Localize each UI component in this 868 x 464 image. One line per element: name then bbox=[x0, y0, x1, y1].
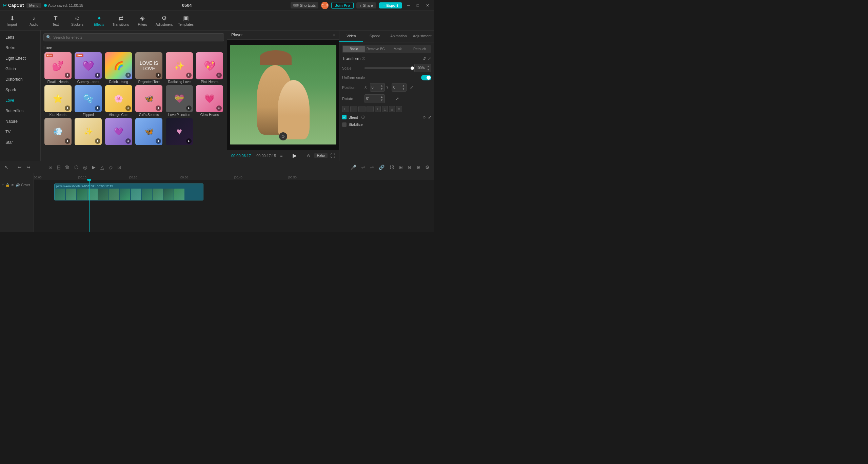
pos-x-up[interactable]: ▲ bbox=[380, 84, 383, 88]
transform-expand-icon[interactable]: ⤢ bbox=[428, 56, 431, 61]
mic-button[interactable]: 🎤 bbox=[349, 163, 358, 171]
sidebar-item-star[interactable]: Star bbox=[1, 137, 39, 148]
redo-button[interactable]: ↪ bbox=[25, 163, 32, 171]
fit-button[interactable]: ⊡ bbox=[116, 163, 123, 171]
join-pro-button[interactable]: Join Pro bbox=[331, 2, 354, 9]
transform-reset-icon[interactable]: ↺ bbox=[422, 56, 426, 61]
sidebar-item-love[interactable]: Love bbox=[1, 95, 39, 105]
crop-button[interactable]: ⊡ bbox=[47, 163, 54, 171]
chapters-icon[interactable]: ≡ bbox=[279, 153, 284, 159]
freeze-button[interactable]: ◎ bbox=[81, 163, 89, 171]
shortcuts-button[interactable]: ⌨ Shortcuts bbox=[291, 2, 318, 8]
select-tool[interactable]: ↖ bbox=[3, 163, 10, 171]
align-right[interactable]: ⊤ bbox=[358, 106, 366, 112]
effect-row3-4[interactable]: 🦋 ⬇ bbox=[135, 118, 164, 146]
effect-girls-secrets[interactable]: 🦋 ⬇ Girl's Secrets bbox=[135, 85, 164, 117]
export-button[interactable]: ↑ Export bbox=[379, 2, 402, 8]
share-button[interactable]: ↑ Share bbox=[356, 2, 376, 8]
undo-button[interactable]: ↩ bbox=[16, 163, 23, 171]
effect-flipped[interactable]: 🫧 ⬇ Flipped bbox=[74, 85, 103, 117]
effect-apply-button[interactable]: △ bbox=[99, 163, 106, 171]
effect-row3-5[interactable]: ♥ ⬇ bbox=[165, 118, 194, 146]
rotate-reset-icon[interactable]: — bbox=[388, 96, 392, 101]
delete-button[interactable]: 🗑 bbox=[63, 163, 71, 171]
align-center-v[interactable]: + bbox=[375, 106, 381, 112]
tool-import[interactable]: ⬇ Import bbox=[1, 12, 23, 30]
sub-tab-mask[interactable]: Mask bbox=[387, 46, 409, 52]
track-visibility-icon[interactable]: 🔒 bbox=[5, 183, 9, 187]
effect-rainbow[interactable]: 🌈 ⬇ Rainb...tning bbox=[104, 52, 133, 84]
play-button[interactable]: ▶ bbox=[293, 152, 297, 159]
sub-tab-basic[interactable]: Basic bbox=[343, 46, 365, 52]
pos-x-down[interactable]: ▼ bbox=[380, 88, 383, 91]
track-eye-icon[interactable]: 👁 bbox=[11, 183, 14, 187]
sidebar-item-retro[interactable]: Retro bbox=[1, 43, 39, 53]
tab-animation[interactable]: Animation bbox=[387, 31, 411, 42]
ratio-button[interactable]: Ratio bbox=[314, 153, 328, 158]
track-audio-icon[interactable]: 🔊 bbox=[16, 183, 20, 187]
tool-filters[interactable]: ◈ Filters bbox=[132, 12, 153, 30]
tab-speed[interactable]: Speed bbox=[363, 31, 387, 42]
playhead[interactable] bbox=[89, 180, 90, 232]
tab-adjustment[interactable]: Adjustment bbox=[410, 31, 434, 42]
minimize-button[interactable]: ─ bbox=[405, 2, 412, 8]
scale-up[interactable]: ▲ bbox=[427, 65, 430, 68]
sub-tab-retouch[interactable]: Retouch bbox=[409, 46, 431, 52]
sidebar-item-lens[interactable]: Lens bbox=[1, 32, 39, 42]
uniform-scale-toggle[interactable] bbox=[421, 75, 431, 80]
pos-y-up[interactable]: ▲ bbox=[402, 84, 405, 88]
effect-glow-hearts[interactable]: 💗 ⬇ Glow Hearts bbox=[195, 85, 224, 117]
trim-button[interactable]: ⌸ bbox=[56, 163, 62, 171]
maximize-button[interactable]: □ bbox=[415, 2, 421, 8]
sidebar-item-nature[interactable]: Nature bbox=[1, 116, 39, 127]
sidebar-item-spark[interactable]: Spark bbox=[1, 85, 39, 95]
clip-shape-button[interactable]: ⬡ bbox=[73, 163, 80, 171]
tool-stickers[interactable]: ☺ Stickers bbox=[66, 12, 88, 30]
tl-btn-zoom-out[interactable]: ⊖ bbox=[406, 163, 413, 171]
effect-row3-1[interactable]: 💨 ⬇ bbox=[43, 118, 73, 146]
align-center-h[interactable]: ⊣ bbox=[350, 106, 357, 112]
effect-projected-text[interactable]: LOVE IS LOVE ⬇ Projected Text bbox=[135, 52, 164, 84]
tl-btn-settings[interactable]: ⚙ bbox=[423, 163, 431, 171]
tl-btn-place[interactable]: ⊞ bbox=[397, 163, 405, 171]
rotate-down[interactable]: ▼ bbox=[380, 99, 383, 102]
split-button[interactable]: ⎸ bbox=[38, 163, 45, 171]
effect-gummy-hearts[interactable]: Pro 💜 ⬇ Gummy...earts bbox=[74, 52, 103, 84]
tl-btn-unlink[interactable]: ⛓ bbox=[388, 163, 396, 171]
tool-templates[interactable]: ▣ Templates bbox=[175, 12, 197, 30]
sidebar-item-tv[interactable]: TV bbox=[1, 127, 39, 137]
align-extra1[interactable]: ⌸ bbox=[389, 106, 395, 112]
player-menu-icon[interactable]: ≡ bbox=[333, 33, 335, 37]
effects-search-input[interactable] bbox=[43, 33, 224, 41]
tl-btn-chain2[interactable]: ⇌ bbox=[368, 163, 376, 171]
effect-love-protection[interactable]: 💝 ⬇ Love P...ection bbox=[165, 85, 194, 117]
blend-reset-icon[interactable]: ↺ bbox=[422, 115, 426, 120]
pos-y-down[interactable]: ▼ bbox=[402, 88, 405, 91]
stabilize-checkbox[interactable] bbox=[342, 122, 347, 127]
effect-row3-3[interactable]: 💜 ⬇ bbox=[104, 118, 133, 146]
tl-btn-link[interactable]: 🔗 bbox=[377, 163, 386, 171]
keyframe-button[interactable]: ◇ bbox=[107, 163, 114, 171]
tool-text[interactable]: T Text bbox=[45, 12, 66, 30]
rotate-expand-icon[interactable]: ⤢ bbox=[396, 96, 399, 101]
blend-checkbox[interactable]: ✓ bbox=[342, 115, 347, 119]
speed-ramp-button[interactable]: ▶ bbox=[90, 163, 97, 171]
tool-effects[interactable]: ✦ Effects bbox=[88, 12, 110, 30]
video-clip[interactable]: pexels-koolshooters-8531371 00:00:17:15 bbox=[54, 183, 203, 200]
effect-kira-hearts[interactable]: ⭐ ⬇ Kira Hearts bbox=[43, 85, 73, 117]
snapshot-button[interactable]: ⊙ bbox=[305, 153, 312, 159]
sidebar-item-light-effect[interactable]: Light Effect bbox=[1, 53, 39, 63]
sidebar-item-butterflies[interactable]: Butterflies bbox=[1, 106, 39, 116]
tl-btn-zoom-in[interactable]: ⊕ bbox=[415, 163, 422, 171]
align-extra2[interactable]: ≡ bbox=[396, 106, 402, 112]
track-lock-icon[interactable]: □ bbox=[2, 183, 4, 187]
scale-down[interactable]: ▼ bbox=[427, 68, 430, 72]
sidebar-item-glitch[interactable]: Glitch bbox=[1, 64, 39, 74]
tl-btn-chain1[interactable]: ⇌ bbox=[359, 163, 367, 171]
tab-video[interactable]: Video bbox=[339, 31, 363, 42]
effect-floating-hearts[interactable]: Pro 💕 ⬇ Floati...Hearts bbox=[43, 52, 73, 84]
effect-radiating-love[interactable]: ✨ ⬇ Radiating Love bbox=[165, 52, 194, 84]
scale-slider-thumb[interactable] bbox=[411, 66, 414, 70]
rotate-up[interactable]: ▲ bbox=[380, 95, 383, 99]
close-button[interactable]: ✕ bbox=[424, 2, 431, 8]
